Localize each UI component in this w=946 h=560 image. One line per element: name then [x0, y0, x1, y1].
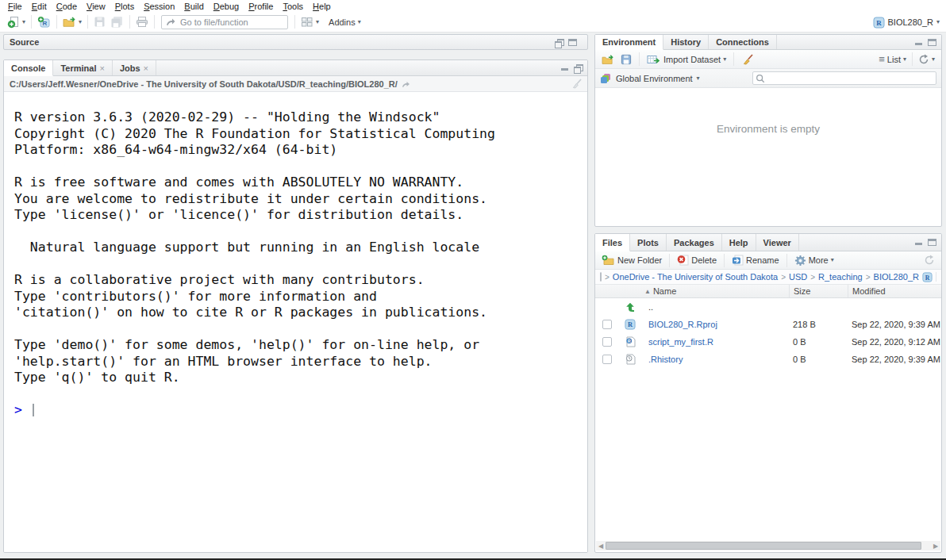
environment-scope-label[interactable]: Global Environment: [616, 74, 693, 83]
tab-viewer[interactable]: Viewer: [756, 234, 799, 251]
file-name-link[interactable]: BIOL280_R.Rproj: [648, 320, 717, 329]
restore-pane-icon[interactable]: [574, 64, 583, 71]
breadcrumb-item[interactable]: BIOL280_R: [874, 272, 919, 282]
menu-item-edit[interactable]: Edit: [27, 2, 52, 11]
open-file-button[interactable]: ▾: [60, 13, 84, 31]
column-header-name[interactable]: ▲ Name: [644, 285, 789, 297]
save-workspace-button[interactable]: [618, 51, 634, 68]
files-tab-strip: Files Plots Packages Help Viewer: [595, 234, 941, 251]
select-all-checkbox[interactable]: [600, 272, 602, 282]
tab-label: Files: [602, 238, 622, 247]
menu-item-view[interactable]: View: [82, 2, 110, 11]
maximize-pane-icon[interactable]: [928, 39, 936, 46]
table-row[interactable]: .Rhistory 0 B Sep 22, 2020, 9:39 AM: [595, 351, 941, 368]
working-directory-path[interactable]: C:/Users/Jeff.Wesner/OneDrive - The Univ…: [10, 79, 398, 89]
column-label: Name: [653, 286, 676, 296]
column-header-modified[interactable]: Modified: [848, 285, 941, 297]
print-button[interactable]: [133, 13, 151, 31]
file-name-link[interactable]: script_my_first.R: [648, 337, 713, 347]
file-checkbox[interactable]: [602, 320, 612, 329]
restore-pane-icon[interactable]: [555, 39, 563, 46]
new-project-button[interactable]: R: [35, 13, 53, 31]
rename-button[interactable]: Rename: [729, 251, 782, 269]
open-directory-icon[interactable]: [402, 80, 410, 88]
save-all-button[interactable]: [108, 13, 126, 31]
menu-item-help[interactable]: Help: [308, 2, 336, 11]
menu-item-session[interactable]: Session: [139, 2, 179, 11]
file-checkbox[interactable]: [602, 337, 612, 347]
delete-button[interactable]: Delete: [675, 251, 719, 269]
new-folder-button[interactable]: New Folder: [599, 251, 664, 269]
file-checkbox[interactable]: [602, 355, 612, 364]
column-label: Size: [794, 286, 810, 296]
addins-label: Addins: [329, 17, 356, 27]
up-directory-label[interactable]: ..: [648, 302, 653, 312]
scroll-right-icon[interactable]: ▶: [931, 541, 940, 550]
menu-item-tools[interactable]: Tools: [278, 2, 308, 11]
scroll-left-icon[interactable]: ◀: [596, 541, 606, 550]
tab-console[interactable]: Console: [4, 60, 53, 76]
parent-directory-row[interactable]: ..: [595, 298, 941, 316]
more-button[interactable]: More ▾: [792, 251, 836, 269]
maximize-pane-icon[interactable]: [928, 239, 936, 246]
scrollbar-thumb[interactable]: [606, 542, 921, 550]
breadcrumb-item[interactable]: OneDrive - The University of South Dakot…: [613, 272, 778, 282]
horizontal-scrollbar[interactable]: ◀ ▶: [596, 541, 940, 550]
save-button[interactable]: [91, 13, 108, 31]
file-modified: Sep 22, 2020, 9:12 AM: [852, 337, 940, 347]
table-row[interactable]: R script_my_first.R 0 B Sep 22, 2020, 9:…: [595, 333, 941, 351]
refresh-environment-button[interactable]: ▾: [916, 51, 937, 68]
goto-file-input[interactable]: [179, 17, 274, 28]
column-header-size[interactable]: Size: [789, 285, 848, 297]
clear-console-icon[interactable]: [571, 79, 582, 89]
menu-item-profile[interactable]: Profile: [244, 2, 278, 11]
tab-terminal[interactable]: Terminal ×: [53, 60, 112, 75]
tab-jobs[interactable]: Jobs ×: [113, 60, 156, 75]
chevron-down-icon: ▾: [358, 19, 361, 25]
table-row[interactable]: R BIOL280_R.Rproj 218 B Sep 22, 2020, 9:…: [595, 316, 941, 333]
project-menu-button[interactable]: R BIOL280_R ▾: [873, 12, 940, 33]
tab-history[interactable]: History: [663, 35, 709, 49]
chevron-down-icon[interactable]: ▾: [697, 75, 700, 82]
clear-environment-button[interactable]: [739, 51, 756, 68]
column-label: Modified: [852, 286, 886, 296]
tab-environment[interactable]: Environment: [595, 35, 663, 50]
chevron-down-icon: ▾: [22, 19, 25, 25]
new-file-button[interactable]: ▾: [5, 13, 28, 31]
minimize-pane-icon[interactable]: [914, 239, 923, 246]
console-prompt-line[interactable]: >: [14, 402, 587, 419]
environment-search-box[interactable]: [752, 71, 936, 85]
import-dataset-button[interactable]: Import Dataset ▾: [644, 51, 729, 68]
tab-connections[interactable]: Connections: [709, 35, 777, 49]
minimize-pane-icon[interactable]: [560, 64, 569, 71]
tab-help[interactable]: Help: [722, 234, 756, 251]
minimize-pane-icon[interactable]: [914, 39, 923, 46]
breadcrumb-item[interactable]: R_teaching: [818, 272, 863, 282]
list-view-button[interactable]: ≡ List ▾: [876, 51, 909, 68]
search-icon: [756, 74, 765, 83]
close-icon[interactable]: ×: [144, 63, 148, 73]
refresh-files-button[interactable]: [921, 251, 937, 269]
menu-item-file[interactable]: File: [3, 2, 27, 11]
console-output-area[interactable]: R version 3.6.3 (2020-02-29) -- "Holding…: [4, 92, 587, 552]
tab-packages[interactable]: Packages: [667, 234, 722, 251]
menu-item-plots[interactable]: Plots: [110, 2, 139, 11]
pane-layout-button[interactable]: ▾: [298, 13, 321, 31]
refresh-icon: [918, 54, 929, 65]
close-icon[interactable]: ×: [99, 63, 104, 73]
menu-item-build[interactable]: Build: [179, 2, 208, 11]
maximize-pane-icon[interactable]: [568, 39, 577, 46]
goto-file-search[interactable]: [161, 15, 288, 29]
menu-item-code[interactable]: Code: [52, 2, 82, 11]
environment-search-input[interactable]: [767, 73, 933, 84]
tab-label: Jobs: [120, 63, 140, 73]
breadcrumb-item[interactable]: USD: [789, 272, 807, 282]
source-pane[interactable]: Source: [3, 34, 588, 50]
tab-files[interactable]: Files: [595, 234, 630, 251]
addins-button[interactable]: Addins ▾: [326, 13, 363, 31]
menu-item-debug[interactable]: Debug: [209, 2, 244, 11]
tab-plots[interactable]: Plots: [630, 234, 667, 251]
breadcrumb-overflow-button[interactable]: ...: [936, 272, 941, 282]
file-name-link[interactable]: .Rhistory: [648, 355, 683, 364]
load-workspace-button[interactable]: [599, 51, 617, 68]
